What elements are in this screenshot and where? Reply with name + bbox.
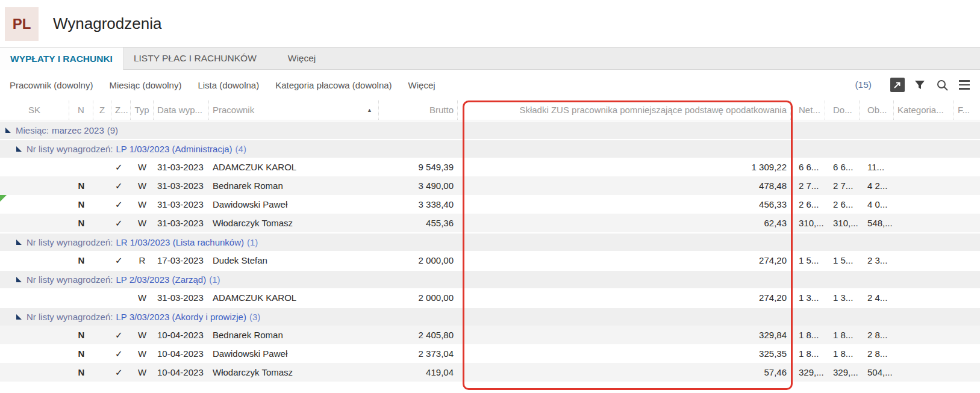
cell-z2: ✓ xyxy=(111,214,131,232)
filter-items: Pracownik (dowolny)Miesiąc (dowolny)List… xyxy=(10,80,452,90)
column-header-n[interactable]: N xyxy=(69,100,93,120)
cell-pracownik: Bednarek Roman xyxy=(209,176,379,195)
cell-typ: W xyxy=(131,158,154,176)
cell-f xyxy=(954,326,980,344)
group-value: LP 2/03/2023 (Zarząd) xyxy=(116,274,206,285)
cell-data: 31-03-2023 xyxy=(154,214,209,232)
group-row-payroll-list[interactable]: Nr listy wynagrodzeń:LP 2/03/2023 (Zarzą… xyxy=(0,270,980,288)
cell-n: N xyxy=(69,344,93,363)
column-header-pracownik[interactable]: Pracownik▲ xyxy=(209,100,379,120)
group-label: Nr listy wynagrodzeń: xyxy=(27,274,113,285)
column-header-brutto[interactable]: Brutto xyxy=(379,100,458,120)
group-label: Miesiąc: xyxy=(16,125,49,135)
column-header-zus[interactable]: Składki ZUS pracownika pomniejszające po… xyxy=(458,100,791,120)
column-header-label: F... xyxy=(958,105,970,115)
column-header-kategoria[interactable]: Kategoria... xyxy=(894,100,954,120)
filter-icon[interactable] xyxy=(913,78,927,92)
cell-z2: ✓ xyxy=(111,363,131,382)
column-header-z[interactable]: Z xyxy=(93,100,111,120)
cell-kategoria xyxy=(894,251,954,270)
cell-do: 2 6... xyxy=(825,195,860,214)
table-row[interactable]: ✓W31-03-2023ADAMCZUK KAROL9 549,391 309,… xyxy=(0,158,980,176)
table-row[interactable]: N✓W31-03-2023Dawidowski Paweł3 338,40456… xyxy=(0,195,980,214)
tab-listy-płac-i-rachunków[interactable]: LISTY PŁAC I RACHUNKÓW xyxy=(123,48,267,69)
record-count: (15) xyxy=(855,79,872,90)
cell-z xyxy=(93,195,111,214)
cell-do: 329,... xyxy=(825,363,860,382)
column-header-data[interactable]: Data wyp... xyxy=(154,100,209,120)
cell-kategoria xyxy=(894,288,954,307)
cell-sk xyxy=(0,344,69,363)
table-row[interactable]: N✓W31-03-2023Bednarek Roman3 490,00478,4… xyxy=(0,176,980,195)
table-row[interactable]: W31-03-2023ADAMCZUK KAROL2 000,00274,201… xyxy=(0,288,980,307)
cell-z xyxy=(93,288,111,307)
cell-sk xyxy=(0,214,69,232)
column-header-sk[interactable]: SK xyxy=(0,100,69,120)
cell-zus: 62,43 xyxy=(458,214,791,232)
collapse-triangle-icon[interactable] xyxy=(16,314,22,320)
sort-ascending-icon: ▲ xyxy=(367,107,372,113)
cell-pracownik: Dudek Stefan xyxy=(209,251,379,270)
cell-z2: ✓ xyxy=(111,176,131,195)
column-header-net[interactable]: Net... xyxy=(791,100,825,120)
column-header-label: Składki ZUS pracownika pomniejszające po… xyxy=(519,105,787,115)
group-row-payroll-list[interactable]: Nr listy wynagrodzeń:LP 3/03/2023 (Akord… xyxy=(0,307,980,326)
table-row[interactable]: N✓R17-03-2023Dudek Stefan2 000,00274,201… xyxy=(0,251,980,270)
cell-z2: ✓ xyxy=(111,326,131,344)
cell-net: 2 7... xyxy=(791,176,825,195)
checkmark-icon: ✓ xyxy=(115,330,123,341)
table-row[interactable]: N✓W10-04-2023Dawidowski Paweł2 373,04325… xyxy=(0,344,980,363)
collapse-triangle-icon[interactable] xyxy=(16,240,22,245)
group-row-payroll-list[interactable]: Nr listy wynagrodzeń:LR 1/03/2023 (Lista… xyxy=(0,232,980,251)
open-in-window-icon[interactable] xyxy=(890,78,905,92)
group-row-payroll-list[interactable]: Nr listy wynagrodzeń:LP 1/03/2023 (Admin… xyxy=(0,139,980,158)
search-icon[interactable] xyxy=(935,78,949,92)
cell-ob: 4 0... xyxy=(860,195,894,214)
checkmark-icon: ✓ xyxy=(115,255,123,266)
column-header-label: SK xyxy=(28,105,40,115)
cell-z xyxy=(93,251,111,270)
group-value: LP 3/03/2023 (Akordy i prowizje) xyxy=(116,312,246,322)
filter-item[interactable]: Kategoria płacowa (dowolna) xyxy=(275,80,392,90)
cell-f xyxy=(954,363,980,382)
group-label: Nr listy wynagrodzeń: xyxy=(27,237,113,247)
checkmark-icon: ✓ xyxy=(115,162,123,173)
table-row[interactable]: N✓W10-04-2023Bednarek Roman2 405,80329,8… xyxy=(0,326,980,344)
group-count: (3) xyxy=(249,312,260,322)
column-header-label: N xyxy=(78,105,84,115)
tab-więcej[interactable]: Więcej xyxy=(278,48,326,69)
cell-net: 6 6... xyxy=(791,158,825,176)
checkmark-icon: ✓ xyxy=(115,199,123,210)
column-header-ob[interactable]: Ob... xyxy=(860,100,894,120)
table-row[interactable]: N✓W31-03-2023Włodarczyk Tomasz455,3662,4… xyxy=(0,214,980,232)
cell-z xyxy=(93,214,111,232)
table-body: Miesiąc:marzec 2023(9)Nr listy wynagrodz… xyxy=(0,120,980,382)
cell-kategoria xyxy=(894,195,954,214)
cell-ob: 2 8... xyxy=(860,326,894,344)
filter-item[interactable]: Pracownik (dowolny) xyxy=(10,80,93,90)
cell-typ: W xyxy=(131,176,154,195)
filter-item[interactable]: Miesiąc (dowolny) xyxy=(109,80,181,90)
column-header-f[interactable]: F... xyxy=(954,100,980,120)
table-row[interactable]: N✓W10-04-2023Włodarczyk Tomasz419,0457,4… xyxy=(0,363,980,382)
cell-zus: 274,20 xyxy=(458,288,791,307)
column-header-do[interactable]: Do... xyxy=(825,100,860,120)
group-row-month[interactable]: Miesiąc:marzec 2023(9) xyxy=(0,120,980,139)
cell-z2 xyxy=(111,288,131,307)
cell-ob: 11... xyxy=(860,158,894,176)
column-header-typ[interactable]: Typ xyxy=(131,100,154,120)
collapse-triangle-icon[interactable] xyxy=(16,146,22,152)
cell-net: 1 8... xyxy=(791,326,825,344)
checkmark-icon: ✓ xyxy=(115,348,123,359)
cell-data: 31-03-2023 xyxy=(154,288,209,307)
cell-zus: 274,20 xyxy=(458,251,791,270)
menu-icon[interactable] xyxy=(957,78,972,92)
filter-item[interactable]: Lista (dowolna) xyxy=(198,80,259,90)
cell-n: N xyxy=(69,214,93,232)
collapse-triangle-icon[interactable] xyxy=(16,277,22,282)
filter-item[interactable]: Więcej xyxy=(408,80,435,90)
tab-wypłaty-i-rachunki[interactable]: WYPŁATY I RACHUNKI xyxy=(0,48,123,70)
cell-pracownik: ADAMCZUK KAROL xyxy=(209,158,379,176)
column-header-z2[interactable]: Z... xyxy=(111,100,131,120)
collapse-triangle-icon[interactable] xyxy=(5,128,11,133)
